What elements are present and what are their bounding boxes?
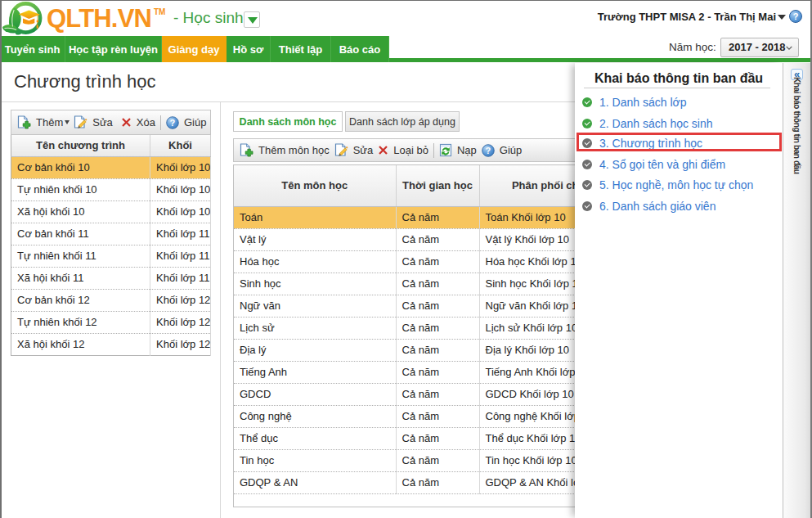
svg-text:?: ? bbox=[170, 117, 175, 127]
svg-text:?: ? bbox=[486, 145, 491, 155]
